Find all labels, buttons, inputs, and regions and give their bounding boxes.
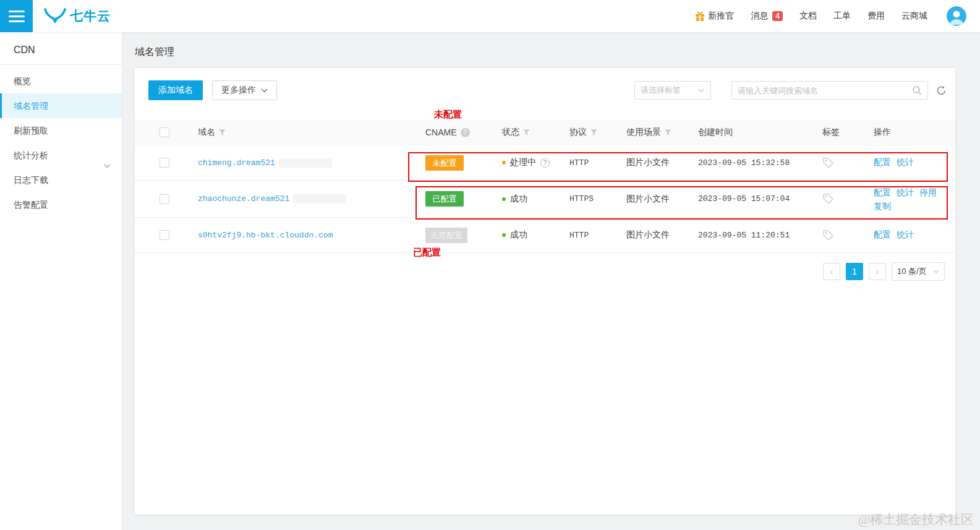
chevron-down-icon	[698, 88, 705, 93]
action-statistics[interactable]: 统计	[897, 229, 914, 241]
page-size-select[interactable]: 10 条/页	[892, 262, 945, 281]
cell-domain: chimeng.dream521	[173, 158, 425, 168]
nav-tickets[interactable]: 工单	[833, 11, 851, 22]
filter-icon[interactable]	[219, 129, 226, 136]
header-domain: 域名	[173, 127, 425, 138]
pagination: ‹ 1 › 10 条/页	[135, 262, 955, 281]
cell-protocol: HTTP	[569, 231, 626, 240]
nav-billing[interactable]: 费用	[867, 11, 885, 22]
cname-status-badge: 无需配置	[425, 228, 467, 243]
cell-actions: 配置 统计	[874, 229, 955, 241]
cell-created: 2023-09-05 11:20:51	[698, 231, 822, 240]
tag-filter-select[interactable]: 请选择标签	[634, 81, 711, 100]
chevron-down-icon	[261, 88, 268, 93]
header-cname: CNAME ?	[425, 127, 502, 137]
toolbar: 添加域名 更多操作 请选择标签	[135, 68, 955, 100]
annotation-label-unconfigured: 未配置	[434, 109, 462, 121]
page-title: 域名管理	[122, 32, 980, 59]
hamburger-menu-button[interactable]	[0, 0, 33, 32]
domain-link[interactable]: zhaochunze.dream521	[198, 194, 289, 203]
logo-text: 七牛云	[70, 7, 111, 25]
table-row: s0htv2fj9.hb-bkt.clouddn.com 无需配置 成功 HTT…	[135, 218, 955, 253]
current-page-button[interactable]: 1	[846, 263, 863, 280]
search-icon[interactable]	[912, 85, 922, 95]
select-all-checkbox[interactable]	[160, 127, 169, 137]
top-nav: 新推官 消息 4 文档 工单 费用 云商城	[695, 6, 980, 26]
sidebar-item-alert-config[interactable]: 告警配置	[0, 192, 122, 217]
top-bar: 七牛云 新推官 消息 4 文档 工单 费用	[0, 0, 980, 32]
filter-icon[interactable]	[665, 129, 671, 136]
header-created: 创建时间	[698, 127, 822, 138]
redacted-text	[293, 194, 346, 203]
tag-icon[interactable]	[822, 229, 834, 241]
nav-marketplace[interactable]: 云商城	[901, 11, 927, 22]
sidebar: CDN 概览 域名管理 刷新预取 统计分析 日志下载 告警配置	[0, 32, 122, 530]
next-page-button[interactable]: ›	[869, 263, 886, 280]
header-scene: 使用场景	[626, 127, 698, 138]
user-avatar[interactable]	[947, 6, 966, 26]
row-checkbox[interactable]	[160, 230, 169, 240]
sidebar-item-log-download[interactable]: 日志下载	[0, 168, 122, 192]
domain-link[interactable]: chimeng.dream521	[198, 158, 275, 168]
header-status: 状态	[502, 127, 569, 138]
sidebar-item-domain-management[interactable]: 域名管理	[0, 93, 122, 118]
cell-tags	[822, 229, 874, 241]
cell-domain: zhaochunze.dream521	[173, 194, 425, 203]
header-protocol: 协议	[569, 127, 626, 138]
status-dot	[502, 233, 506, 237]
nav-messages[interactable]: 消息 4	[751, 11, 783, 22]
cell-cname: 无需配置	[425, 228, 502, 243]
sidebar-item-refresh-prefetch[interactable]: 刷新预取	[0, 118, 122, 143]
more-actions-button[interactable]: 更多操作	[212, 80, 277, 100]
help-icon[interactable]: ?	[461, 128, 470, 137]
annotation-box-row1	[408, 152, 948, 182]
domain-list-card: 添加域名 更多操作 请选择标签	[135, 68, 955, 515]
chevron-down-icon	[933, 270, 939, 273]
domain-search-box	[731, 81, 928, 100]
action-configure[interactable]: 配置	[874, 229, 891, 241]
sidebar-divider	[0, 64, 122, 65]
prev-page-button[interactable]: ‹	[823, 263, 840, 280]
sidebar-item-overview[interactable]: 概览	[0, 69, 122, 93]
refresh-icon[interactable]	[936, 85, 947, 96]
sidebar-item-statistics[interactable]: 统计分析	[0, 143, 122, 168]
cell-domain: s0htv2fj9.hb-bkt.clouddn.com	[173, 231, 425, 240]
filter-icon[interactable]	[590, 129, 597, 136]
gift-icon	[695, 12, 705, 21]
annotation-box-row2	[415, 186, 948, 220]
cell-status: 成功	[502, 229, 569, 241]
header-tags: 标签	[822, 127, 874, 138]
filter-icon[interactable]	[523, 129, 530, 136]
redacted-text	[279, 158, 332, 168]
qiniu-cdn-console: 七牛云 新推官 消息 4 文档 工单 费用	[0, 0, 980, 530]
domain-link[interactable]: s0htv2fj9.hb-bkt.clouddn.com	[198, 231, 333, 240]
annotation-label-configured: 已配置	[413, 247, 441, 259]
header-actions: 操作	[874, 127, 955, 138]
add-domain-button[interactable]: 添加域名	[148, 80, 203, 100]
table-header-row: 域名 CNAME ? 状态	[135, 119, 955, 145]
main-content: 域名管理 添加域名 更多操作 请选择标签	[122, 32, 980, 530]
qiniu-bull-icon	[44, 8, 66, 24]
row-checkbox[interactable]	[160, 194, 169, 204]
sidebar-title: CDN	[0, 32, 122, 64]
nav-promo[interactable]: 新推官	[695, 11, 734, 22]
cell-scene: 图片小文件	[626, 229, 698, 241]
messages-count-badge: 4	[772, 11, 783, 21]
nav-docs[interactable]: 文档	[799, 11, 817, 22]
watermark: @稀土掘金技术社区	[858, 511, 974, 528]
row-checkbox[interactable]	[160, 158, 169, 168]
domain-search-input[interactable]	[738, 86, 912, 95]
qiniu-logo[interactable]: 七牛云	[44, 7, 111, 25]
